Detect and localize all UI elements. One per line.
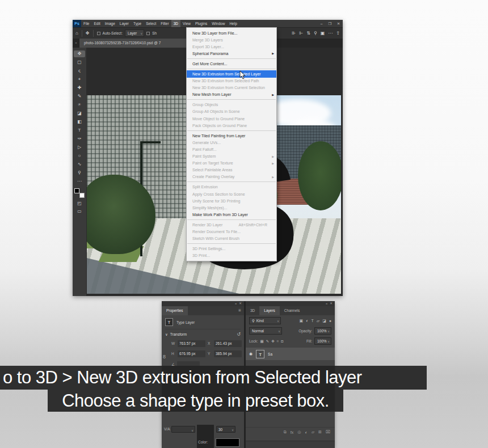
foreground-color-swatch[interactable] xyxy=(74,188,79,193)
filter-pixel-icon[interactable]: ▣ xyxy=(300,319,304,323)
panel-menu-icon[interactable]: ≡ xyxy=(238,306,244,315)
layer-group-icon[interactable]: ▱ xyxy=(312,430,314,434)
auto-select-dropdown[interactable]: Layer xyxy=(125,29,144,37)
menu-item[interactable]: New 3D Extrusion from Current Selection xyxy=(187,84,276,91)
menu-item[interactable]: Render 3D Layer Alt+Shift+Ctrl+R xyxy=(187,221,276,228)
menu-item[interactable]: Merge 3D Layers xyxy=(187,36,276,43)
gradient-tool[interactable]: ◧ xyxy=(74,119,85,125)
menu-item[interactable]: Paint Falloff... xyxy=(187,146,276,153)
menu-bar-item[interactable]: Filter xyxy=(158,20,171,27)
layer-thumbnail[interactable]: T xyxy=(256,350,264,358)
search-icon[interactable]: ⚲ xyxy=(314,31,317,36)
menu-item[interactable]: New 3D Layer from File... xyxy=(187,29,276,36)
menu-item[interactable]: Export 3D Layer... xyxy=(187,43,276,50)
link-dimensions-icon[interactable]: 8 xyxy=(163,354,166,360)
menu-item[interactable]: Render Document To File... xyxy=(187,228,276,235)
lock-all-icon[interactable]: ◘ xyxy=(281,339,283,344)
lasso-tool[interactable]: ς xyxy=(74,67,85,74)
screen-mode-icon[interactable]: ▣ xyxy=(321,31,325,36)
minimize-button[interactable]: – xyxy=(317,20,326,27)
menu-item[interactable]: Spherical Panorama ▶ xyxy=(187,50,276,57)
distribute-icon[interactable]: ⊩ xyxy=(299,31,303,36)
filter-smart-icon[interactable]: ◪ xyxy=(322,319,326,323)
close-button[interactable]: ✕ xyxy=(334,20,343,27)
menu-item[interactable]: Simplify Mesh(es)... xyxy=(187,204,276,211)
sort-icon[interactable]: ⇅ xyxy=(306,31,310,36)
menu-bar-item[interactable]: Edit xyxy=(91,20,102,27)
share-icon[interactable]: ⇪ xyxy=(336,31,340,36)
menu-item[interactable]: 3D Print Settings... xyxy=(187,246,276,252)
filter-adjustment-icon[interactable]: ◐ xyxy=(306,319,308,323)
path-select-tool[interactable]: ▷ xyxy=(74,144,85,151)
lock-paint-icon[interactable]: ✎ xyxy=(266,339,269,344)
move-tool[interactable]: ✥ xyxy=(74,50,85,57)
more-tools[interactable]: ⋯ xyxy=(74,178,85,185)
panel-tab[interactable]: Layers xyxy=(259,306,280,315)
menu-item[interactable]: New Mesh from Layer ▶ xyxy=(187,91,276,98)
smudge-tool[interactable]: ∿ xyxy=(74,161,85,168)
menu-item[interactable]: Sketch With Current Brush xyxy=(187,235,276,242)
lock-move-icon[interactable]: ✥ xyxy=(271,339,274,344)
fill-field[interactable]: 100% xyxy=(314,337,331,345)
filter-toggle-icon[interactable]: ● xyxy=(329,319,331,323)
menu-bar-item[interactable]: Select xyxy=(144,20,158,27)
menu-item[interactable]: Move Object to Ground Plane xyxy=(187,115,276,122)
field-value[interactable]: 676.95 px xyxy=(178,350,205,357)
quick-mask-icon[interactable]: ◰ xyxy=(77,201,82,206)
panel-tab[interactable]: Channels xyxy=(280,306,304,315)
size-field[interactable]: 30 xyxy=(216,426,235,433)
color-swatches[interactable] xyxy=(74,188,85,198)
filter-shape-icon[interactable]: ▱ xyxy=(317,319,319,323)
brush-tool[interactable]: ✎ xyxy=(74,93,85,100)
menu-item[interactable]: Unify Scene for 3D Printing xyxy=(187,197,276,204)
layer-visibility-icon[interactable]: ◉ xyxy=(249,352,253,356)
menu-bar-item[interactable]: Plugins xyxy=(193,20,209,27)
menu-bar-item[interactable]: Window xyxy=(209,20,227,27)
marquee-tool[interactable]: ▢ xyxy=(74,59,85,66)
filter-type-icon[interactable]: T xyxy=(311,319,313,323)
pen-tool[interactable]: ✑ xyxy=(74,136,85,142)
shape-tool[interactable]: ○ xyxy=(74,153,85,159)
show-transform-checkbox[interactable] xyxy=(146,32,150,35)
delete-layer-icon[interactable]: ⌧ xyxy=(326,430,330,434)
menu-bar-item[interactable]: View xyxy=(180,20,193,27)
field-value[interactable]: 763.57 px xyxy=(178,340,205,347)
menu-item[interactable]: Make Work Path from 3D Layer xyxy=(187,211,276,218)
object-selection-tool[interactable]: ⌖ xyxy=(74,76,85,83)
menu-item[interactable]: Paint on Target Texture ▶ xyxy=(187,160,276,167)
menu-bar-item[interactable]: 3D xyxy=(171,20,180,27)
panel-tab[interactable]: 3D xyxy=(246,306,259,315)
layer-name[interactable]: Sa xyxy=(268,352,272,356)
menu-item[interactable]: Group Objects xyxy=(187,102,276,108)
eraser-tool[interactable]: ◪ xyxy=(74,110,85,117)
menu-item[interactable]: Select Paintable Areas xyxy=(187,167,276,174)
new-layer-icon[interactable]: ⊞ xyxy=(318,430,322,434)
panel-header-controls[interactable]: « ✕ xyxy=(246,301,335,306)
opacity-field[interactable]: 100% xyxy=(314,327,331,335)
menu-item[interactable]: Split Extrusion xyxy=(187,184,276,191)
menu-item[interactable]: Generate UVs... xyxy=(187,139,276,146)
lock-transparent-icon[interactable]: ▦ xyxy=(260,339,264,344)
menu-item[interactable]: New 3D Extrusion from Selected Layer xyxy=(187,70,276,77)
menu-bar-item[interactable]: Help xyxy=(227,20,239,27)
menu-bar-item[interactable]: Layer xyxy=(117,20,131,27)
healing-brush-tool[interactable]: ✚ xyxy=(74,84,85,91)
menu-bar-item[interactable]: File xyxy=(81,20,91,27)
panel-header-controls[interactable]: « ✕ xyxy=(162,301,244,306)
lock-artboard-icon[interactable]: ⌗ xyxy=(277,339,279,344)
menu-item[interactable]: Apply Cross Section to Scene xyxy=(187,191,276,197)
menu-item[interactable]: Group All Objects in Scene xyxy=(187,108,276,115)
link-layers-icon[interactable]: ⧉ xyxy=(284,430,287,434)
menu-bar-item[interactable]: Image xyxy=(103,20,117,27)
home-icon[interactable]: ⌂ xyxy=(75,31,78,36)
type-tool[interactable]: T xyxy=(74,127,85,134)
zoom-tool[interactable]: ⚲ xyxy=(74,170,85,176)
more-options-icon[interactable]: ⋯ xyxy=(328,31,333,36)
restore-button[interactable]: ❐ xyxy=(326,20,334,27)
menu-item[interactable]: Get More Content... xyxy=(187,60,276,67)
align-edges-icon[interactable]: ⊪ xyxy=(292,31,296,36)
layer-row[interactable]: ◉ T Sa xyxy=(246,348,335,360)
filter-kind-dropdown[interactable]: ⚲ Kind xyxy=(249,317,281,324)
clone-stamp-tool[interactable]: ⍟ xyxy=(74,102,85,108)
menu-item[interactable]: New 3D Extrusion from Selected Path xyxy=(187,78,276,84)
